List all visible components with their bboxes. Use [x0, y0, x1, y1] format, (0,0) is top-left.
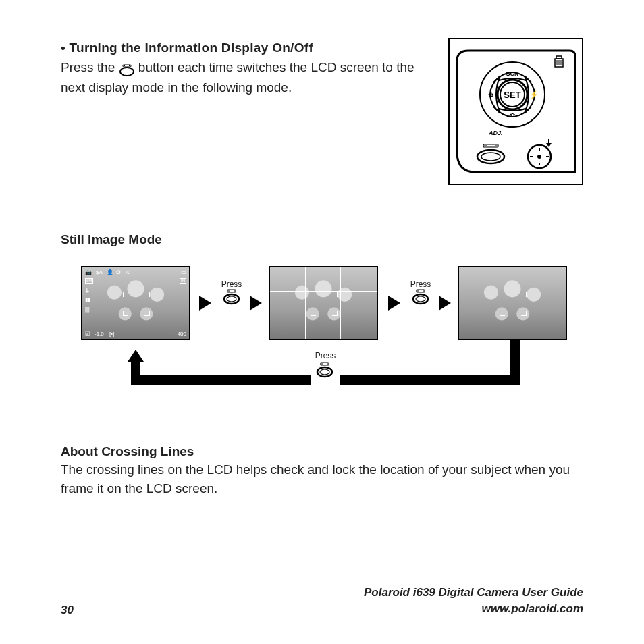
footer-guide-title: Polaroid i639 Digital Camera User Guide	[364, 585, 583, 601]
svg-point-34	[227, 296, 236, 302]
svg-point-43	[317, 367, 332, 377]
svg-text:⚡: ⚡	[529, 90, 539, 99]
press-label-1: Press	[215, 279, 248, 289]
svg-point-38	[413, 294, 428, 304]
arrow-icon	[250, 296, 262, 311]
svg-text:✿: ✿	[488, 91, 493, 99]
intro-paragraph: • Turning the Information Display On/Off…	[61, 38, 428, 185]
lcd-clean	[458, 266, 567, 340]
display-button-icon	[119, 62, 135, 74]
svg-point-24	[537, 155, 541, 159]
svg-text:SCN: SCN	[506, 70, 518, 77]
lcd-grid	[269, 266, 378, 340]
footer-url: www.polaroid.com	[364, 601, 583, 617]
display-button-icon	[316, 362, 333, 381]
display-mode-diagram: 📷 $A 👤 ✿ ⏱ ▭ 6M IN ⋕ ▮▮ 🀫 ☑ -1.0 [▪] 400…	[61, 266, 583, 421]
about-crossing-lines-heading: About Crossing Lines	[61, 444, 583, 459]
svg-text:ADJ.: ADJ.	[488, 130, 503, 136]
display-button-icon	[412, 289, 429, 308]
body-before: Press the	[61, 60, 119, 74]
svg-text:SET: SET	[504, 90, 520, 100]
lcd-full-osd: 📷 $A 👤 ✿ ⏱ ▭ 6M IN ⋕ ▮▮ 🀫 ☑ -1.0 [▪] 400	[81, 266, 190, 340]
arrow-icon	[388, 296, 400, 311]
arrow-up-icon	[128, 350, 144, 362]
camera-back-illustration: SET SCN ✿ ✿ ⚡ ADJ.	[448, 38, 583, 185]
svg-point-44	[320, 369, 329, 375]
arrow-icon	[439, 296, 451, 311]
display-button-icon	[223, 289, 240, 308]
bullet: •	[61, 41, 65, 55]
return-path-stem	[510, 340, 520, 370]
about-crossing-lines-body: The crossing lines on the LCD helps chec…	[61, 460, 583, 498]
svg-point-39	[416, 296, 425, 302]
svg-point-22	[481, 153, 500, 161]
press-label-3: Press	[308, 351, 342, 360]
arrow-icon	[199, 296, 211, 311]
svg-point-33	[224, 294, 239, 304]
svg-text:✿: ✿	[510, 111, 515, 119]
svg-rect-29	[548, 139, 549, 143]
press-label-2: Press	[404, 279, 437, 289]
page-footer: 30 Polaroid i639 Digital Camera User Gui…	[61, 585, 583, 617]
page-number: 30	[61, 603, 74, 617]
still-image-mode-heading: Still Image Mode	[61, 232, 583, 247]
svg-point-3	[120, 68, 134, 76]
heading-text: Turning the Information Display On/Off	[70, 41, 313, 55]
